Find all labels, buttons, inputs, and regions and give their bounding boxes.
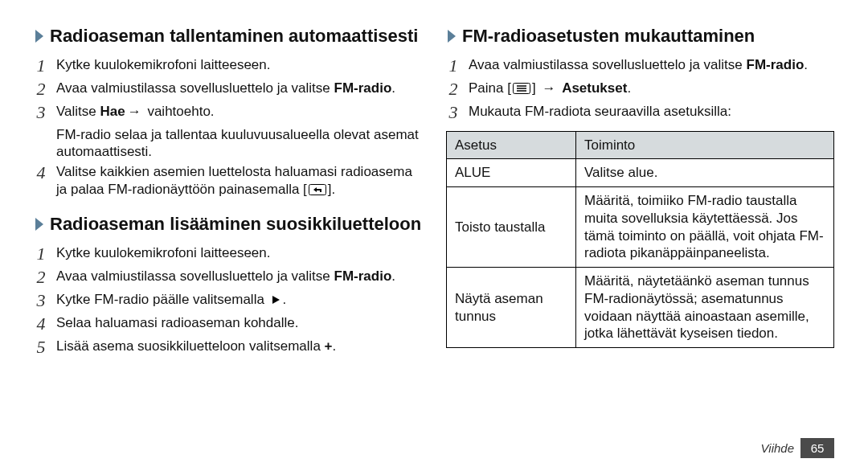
step-suffix: . bbox=[391, 80, 395, 96]
step-number: 2 bbox=[34, 268, 48, 286]
step: 1 Avaa valmiustilassa sovellusluettelo j… bbox=[446, 56, 834, 75]
step: 2 Avaa valmiustilassa sovellusluettelo j… bbox=[34, 268, 422, 286]
step-number: 5 bbox=[34, 338, 48, 356]
setting-name: Toisto taustalla bbox=[447, 187, 576, 268]
menu-key-icon bbox=[513, 83, 530, 94]
step-suffix: . bbox=[391, 268, 395, 284]
step-body: Avaa valmiustilassa sovellusluettelo ja … bbox=[56, 80, 422, 97]
step-mid: ] bbox=[532, 80, 539, 96]
step-body: Kytke kuulokemikrofoni laitteeseen. bbox=[56, 244, 422, 262]
step-text: Kytke FM-radio päälle valitsemalla bbox=[56, 292, 268, 307]
chevron-right-icon bbox=[34, 215, 45, 233]
table-header-function: Toiminto bbox=[576, 131, 834, 159]
settings-table: Asetus Toiminto ALUE Valitse alue. Toist… bbox=[446, 131, 834, 349]
play-icon bbox=[270, 294, 281, 305]
section-heading-add-favourite: Radioaseman lisääminen suosikkiluetteloo… bbox=[34, 214, 422, 234]
footer-section-label: Viihde bbox=[761, 441, 794, 455]
step-body: Kytke kuulokemikrofoni laitteeseen. bbox=[56, 56, 422, 74]
step-body: Lisää asema suosikkiluetteloon valitsema… bbox=[56, 338, 422, 355]
table-row: Toisto taustalla Määritä, toimiiko FM-ra… bbox=[447, 187, 834, 268]
chevron-right-icon bbox=[34, 27, 45, 45]
step-number: 3 bbox=[34, 103, 48, 121]
step-body: Valitse kaikkien asemien luettelosta hal… bbox=[56, 163, 422, 199]
step-body: Avaa valmiustilassa sovellusluettelo ja … bbox=[469, 56, 834, 74]
step-text: Lisää asema suosikkiluetteloon valitsema… bbox=[56, 338, 325, 354]
step: 1 Kytke kuulokemikrofoni laitteeseen. bbox=[34, 244, 422, 263]
table-header-setting: Asetus bbox=[447, 131, 576, 159]
step: 3 Valitse Hae→ vaihtoehto. bbox=[34, 103, 422, 121]
menu-name: Asetukset bbox=[562, 80, 627, 96]
step-text: Paina [ bbox=[469, 80, 511, 96]
step-text: Avaa valmiustilassa sovellusluettelo ja … bbox=[56, 80, 334, 96]
step: 1 Kytke kuulokemikrofoni laitteeseen. bbox=[34, 56, 422, 75]
app-name: FM-radio bbox=[334, 268, 392, 284]
svg-marker-4 bbox=[448, 30, 456, 43]
step-body: Avaa valmiustilassa sovellusluettelo ja … bbox=[56, 268, 422, 285]
arrow-right-glyph: → bbox=[539, 80, 558, 96]
step-suffix: . bbox=[804, 57, 808, 72]
app-name: FM-radio bbox=[747, 57, 805, 72]
step-body: Selaa haluamasi radioaseman kohdalle. bbox=[56, 314, 422, 332]
step: 3 Mukauta FM-radiota seuraavilla asetuks… bbox=[446, 103, 834, 121]
section-heading-fm-settings: FM-radioasetusten mukauttaminen bbox=[446, 26, 834, 46]
setting-name: Näytä aseman tunnus bbox=[447, 268, 576, 348]
step-text: Avaa valmiustilassa sovellusluettelo ja … bbox=[469, 57, 747, 72]
setting-desc: Valitse alue. bbox=[576, 159, 834, 187]
section-title: Radioaseman tallentaminen automaattisest… bbox=[50, 26, 418, 46]
step: 2 Avaa valmiustilassa sovellusluettelo j… bbox=[34, 80, 422, 98]
page-footer: Viihde 65 bbox=[761, 438, 834, 458]
setting-name: ALUE bbox=[447, 159, 576, 187]
svg-marker-2 bbox=[35, 218, 43, 231]
step-number: 2 bbox=[34, 80, 48, 98]
step: 2 Paina [ ] → Asetukset. bbox=[446, 80, 834, 98]
step-number: 1 bbox=[34, 56, 48, 75]
svg-marker-0 bbox=[35, 30, 43, 43]
step-suffix: . bbox=[627, 80, 631, 96]
table-row: Näytä aseman tunnus Määritä, näytetäänkö… bbox=[447, 268, 834, 348]
step: 5 Lisää asema suosikkiluetteloon valitse… bbox=[34, 338, 422, 356]
step-sub-note: FM-radio selaa ja tallentaa kuuluvuusalu… bbox=[56, 126, 422, 162]
back-key-icon bbox=[309, 184, 326, 195]
plus-label: + bbox=[325, 338, 333, 354]
step-number: 3 bbox=[446, 103, 461, 121]
table-row: ALUE Valitse alue. bbox=[447, 159, 834, 187]
app-name: FM-radio bbox=[334, 80, 392, 96]
step-tail: vaihtoehto. bbox=[144, 104, 215, 119]
page-number: 65 bbox=[800, 438, 834, 458]
step: 4 Valitse kaikkien asemien luettelosta h… bbox=[34, 163, 422, 199]
step-number: 3 bbox=[34, 291, 48, 309]
section-heading-store-auto: Radioaseman tallentaminen automaattisest… bbox=[34, 26, 422, 46]
step-number: 1 bbox=[34, 244, 48, 263]
step: 3 Kytke FM-radio päälle valitsemalla . bbox=[34, 291, 422, 309]
arrow-right-glyph: → bbox=[125, 104, 144, 119]
menu-name: Hae bbox=[100, 104, 125, 119]
svg-marker-3 bbox=[272, 296, 280, 304]
step-tail: . bbox=[283, 292, 287, 307]
setting-desc: Määritä, näytetäänkö aseman tunnus FM-ra… bbox=[576, 268, 834, 348]
section-title: Radioaseman lisääminen suosikkiluetteloo… bbox=[50, 214, 421, 234]
step-body: Paina [ ] → Asetukset. bbox=[469, 80, 834, 97]
step-number: 2 bbox=[446, 80, 461, 98]
step-text: Avaa valmiustilassa sovellusluettelo ja … bbox=[56, 268, 334, 284]
chevron-right-icon bbox=[446, 27, 457, 45]
step-body: Valitse Hae→ vaihtoehto. bbox=[56, 103, 422, 121]
step-tail: ]. bbox=[328, 182, 335, 197]
step-text: Valitse bbox=[56, 104, 100, 119]
step-body: Mukauta FM-radiota seuraavilla asetuksil… bbox=[469, 103, 834, 121]
step-number: 4 bbox=[34, 314, 48, 333]
step: 4 Selaa haluamasi radioaseman kohdalle. bbox=[34, 314, 422, 333]
setting-desc: Määritä, toimiiko FM-radio taustalla mui… bbox=[576, 187, 834, 268]
step-number: 1 bbox=[446, 56, 461, 75]
step-body: Kytke FM-radio päälle valitsemalla . bbox=[56, 291, 422, 309]
step-text: Valitse kaikkien asemien luettelosta hal… bbox=[56, 164, 412, 197]
section-title: FM-radioasetusten mukauttaminen bbox=[462, 26, 755, 46]
step-suffix: . bbox=[333, 338, 337, 354]
step-number: 4 bbox=[34, 163, 48, 182]
